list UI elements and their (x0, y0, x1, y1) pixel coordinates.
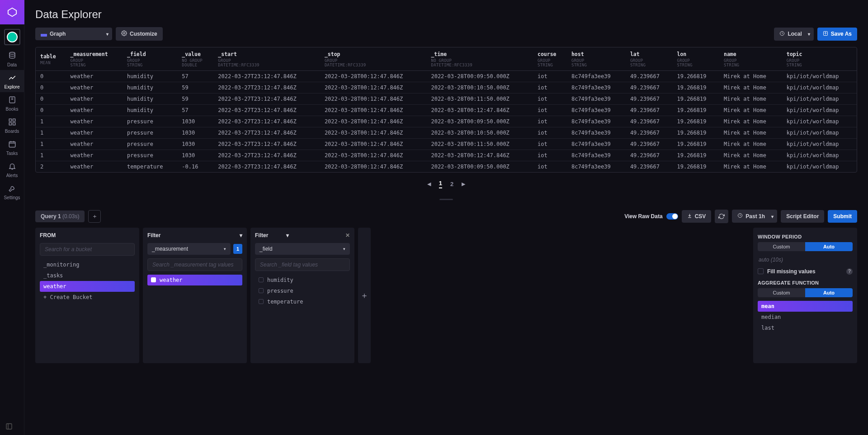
column-header[interactable]: _fieldGROUPSTRING (123, 47, 177, 70)
bucket-item[interactable]: _tasks (40, 270, 135, 281)
bucket-item[interactable]: + Create Bucket (40, 292, 135, 303)
nav-settings[interactable]: Settings (0, 181, 24, 203)
page-1[interactable]: 1 (439, 180, 442, 188)
sidebar-collapse[interactable] (5, 423, 13, 431)
aggregate-custom[interactable]: Custom (758, 288, 805, 297)
save-as-button[interactable]: Save As (817, 28, 857, 41)
aggregate-auto[interactable]: Auto (805, 288, 853, 297)
submit-button[interactable]: Submit (828, 210, 857, 223)
measurement-search[interactable] (147, 258, 242, 271)
table-cell: kpi/iot/worldmap (782, 138, 857, 150)
table-cell: 2022-03-27T23:12:47.846Z (213, 138, 320, 150)
app-logo[interactable] (0, 0, 24, 24)
add-query-button[interactable]: ＋ (88, 210, 101, 223)
page-title: Data Explorer (24, 0, 868, 27)
nav-books[interactable]: Books (0, 92, 24, 114)
script-editor-button[interactable]: Script Editor (781, 210, 824, 223)
prev-page[interactable]: ◀ (427, 181, 431, 187)
window-custom[interactable]: Custom (758, 242, 805, 251)
table-cell: 0 (36, 104, 66, 116)
nav-data[interactable]: Data (0, 48, 24, 70)
time-range-select[interactable]: Past 1h (732, 210, 777, 223)
next-page[interactable]: ▶ (462, 181, 465, 187)
column-header[interactable]: courseGROUPSTRING (533, 47, 567, 70)
table-cell: weather (66, 82, 123, 93)
column-header[interactable]: _startGROUPDATETIME:RFC3339 (213, 47, 320, 70)
aggregate-fn-item[interactable]: mean (758, 301, 853, 312)
svg-rect-4 (9, 123, 11, 125)
resize-handle[interactable] (24, 193, 868, 205)
filter-type-select[interactable]: Filter ▾ (147, 232, 242, 239)
table-cell: iot (533, 138, 567, 150)
column-header[interactable]: latGROUPSTRING (626, 47, 673, 70)
help-icon[interactable]: ? (846, 268, 853, 275)
aggregate-mode[interactable]: Custom Auto (758, 288, 853, 297)
column-header[interactable]: tableMEAN (36, 47, 66, 70)
column-header[interactable]: _valueNO GROUPDOUBLE (177, 47, 213, 70)
wrench-icon (8, 184, 16, 193)
table-cell: 19.266819 (672, 138, 719, 150)
measurement-dropdown[interactable]: _measurement (147, 243, 231, 255)
nav-explore[interactable]: Explore (0, 70, 24, 92)
bucket-item[interactable]: _monitoring (40, 259, 135, 270)
graph-type-select[interactable]: Graph (35, 28, 112, 40)
column-header[interactable]: hostGROUPSTRING (567, 47, 626, 70)
fill-missing-checkbox[interactable] (758, 268, 764, 274)
nav-alerts[interactable]: Alerts (0, 159, 24, 181)
bucket-item[interactable]: weather (40, 281, 135, 292)
table-cell: 8c749fa3ee39 (567, 104, 626, 116)
table-cell: 59 (177, 82, 213, 93)
timezone-select[interactable]: Local (774, 28, 813, 41)
tag-value-item[interactable]: weather (147, 275, 242, 285)
tag-value-item[interactable]: humidity (255, 275, 350, 285)
bucket-search[interactable] (40, 243, 135, 256)
window-auto[interactable]: Auto (805, 242, 853, 251)
table-row[interactable]: 1weatherpressure10302022-03-27T23:12:47.… (36, 138, 857, 150)
column-header[interactable]: _timeNO GROUPDATETIME:RFC3339 (426, 47, 533, 70)
tag-value-item[interactable]: pressure (255, 285, 350, 296)
table-cell: kpi/iot/worldmap (782, 82, 857, 93)
table-cell: pressure (123, 150, 177, 161)
view-raw-toggle[interactable] (666, 213, 678, 220)
table-row[interactable]: 0weatherhumidity592022-03-27T23:12:47.84… (36, 82, 857, 93)
table-cell: 8c749fa3ee39 (567, 93, 626, 104)
column-header[interactable]: topicGROUPSTRING (782, 47, 857, 70)
table-row[interactable]: 2weathertemperature-0.162022-03-27T23:12… (36, 161, 857, 172)
table-row[interactable]: 0weatherhumidity592022-03-27T23:12:47.84… (36, 93, 857, 104)
tag-value-item[interactable]: temperature (255, 296, 350, 307)
window-period-mode[interactable]: Custom Auto (758, 242, 853, 251)
table-row[interactable]: 1weatherpressure10302022-03-27T23:12:47.… (36, 150, 857, 161)
data-table: tableMEAN_measurementGROUPSTRING_fieldGR… (35, 47, 857, 173)
user-avatar[interactable] (4, 29, 20, 45)
table-cell: 2022-03-27T23:12:47.846Z (213, 82, 320, 93)
add-filter-button[interactable]: ＋ (358, 228, 371, 363)
table-cell: Mirek at Home (719, 93, 782, 104)
field-search[interactable] (255, 258, 350, 271)
view-raw-label: View Raw Data (624, 213, 662, 220)
customize-button[interactable]: Customize (116, 27, 163, 41)
column-header[interactable]: lonGROUPSTRING (672, 47, 719, 70)
table-row[interactable]: 0weatherhumidity572022-03-27T23:12:47.84… (36, 70, 857, 82)
aggregate-fn-item[interactable]: last (758, 323, 853, 333)
window-period-title: WINDOW PERIOD (758, 234, 853, 239)
page-2[interactable]: 2 (450, 181, 453, 187)
nav-label: Settings (4, 195, 20, 200)
table-row[interactable]: 1weatherpressure10302022-03-27T23:12:47.… (36, 116, 857, 127)
auto-window-hint: auto (10s) (758, 255, 853, 267)
column-header[interactable]: nameGROUPSTRING (719, 47, 782, 70)
csv-button[interactable]: CSV (682, 210, 712, 223)
filter-type-select[interactable]: Filter ▾ (255, 232, 289, 239)
table-row[interactable]: 0weatherhumidity572022-03-27T23:12:47.84… (36, 104, 857, 116)
query-tab[interactable]: Query 1 (0.03s) (35, 210, 85, 222)
column-header[interactable]: _measurementGROUPSTRING (66, 47, 123, 70)
table-row[interactable]: 1weatherpressure10302022-03-27T23:12:47.… (36, 127, 857, 138)
remove-filter-button[interactable]: ✕ (345, 232, 350, 239)
aggregate-fn-item[interactable]: median (758, 312, 853, 323)
column-header[interactable]: _stopGROUPDATETIME:RFC3339 (320, 47, 427, 70)
nav-boards[interactable]: Boards (0, 114, 24, 136)
table-cell: 1030 (177, 138, 213, 150)
field-dropdown[interactable]: _field (255, 243, 350, 255)
refresh-button[interactable] (715, 210, 728, 223)
nav-tasks[interactable]: Tasks (0, 136, 24, 159)
table-cell: 8c749fa3ee39 (567, 161, 626, 172)
